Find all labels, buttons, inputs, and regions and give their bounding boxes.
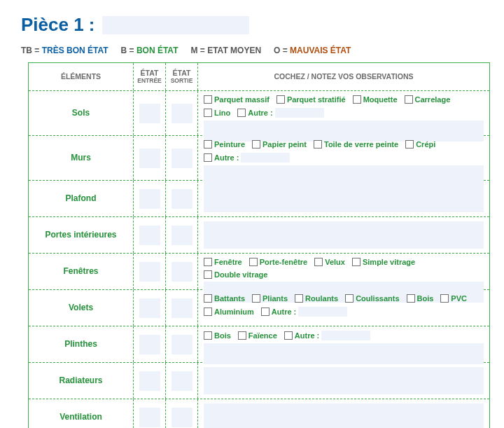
checkbox-item[interactable]: Parquet stratifié	[276, 95, 346, 104]
header-etat-label-2: ÉTAT	[173, 69, 191, 78]
state-entree-input[interactable]	[139, 371, 160, 391]
checkbox-icon[interactable]	[353, 95, 361, 104]
checkbox-item[interactable]: Peinture	[204, 140, 245, 149]
checkbox-icon[interactable]	[314, 140, 322, 149]
observations-cell: PeinturePapier peintToile de verre peint…	[198, 136, 489, 180]
room-name-input[interactable]	[102, 16, 249, 34]
checkbox-icon[interactable]	[440, 294, 449, 303]
state-entree-cell	[134, 363, 166, 399]
autre-input[interactable]	[275, 108, 324, 118]
checkbox-label: Bois	[214, 331, 231, 340]
checkbox-item[interactable]: Crépi	[405, 140, 435, 149]
checkbox-icon[interactable]	[352, 258, 360, 266]
checkbox-item[interactable]: Lino	[204, 109, 230, 117]
checkbox-item[interactable]: Parquet massif	[204, 95, 270, 104]
checkbox-icon[interactable]	[405, 140, 414, 149]
checkbox-icon[interactable]	[252, 294, 260, 303]
state-sortie-input[interactable]	[172, 189, 192, 209]
checkbox-line: Parquet massifParquet stratifiéMoquetteC…	[204, 95, 484, 118]
checkbox-icon[interactable]	[261, 308, 270, 316]
checkbox-item[interactable]: Toile de verre peinte	[314, 140, 398, 149]
legend-value: MAUVAIS ÉTAT	[288, 46, 351, 55]
checkbox-icon[interactable]	[204, 308, 212, 316]
checkbox-item[interactable]: Autre :	[261, 307, 347, 317]
observations-input[interactable]	[204, 367, 484, 394]
checkbox-icon[interactable]	[204, 95, 212, 104]
checkbox-item[interactable]: Faïence	[238, 331, 277, 340]
checkbox-icon[interactable]	[204, 331, 212, 340]
state-entree-input[interactable]	[139, 149, 160, 168]
element-cell: Murs	[29, 136, 134, 180]
state-entree-input[interactable]	[139, 408, 160, 427]
checkbox-icon[interactable]	[204, 270, 212, 279]
state-entree-input[interactable]	[139, 226, 160, 245]
checkbox-icon[interactable]	[204, 109, 212, 117]
checkbox-icon[interactable]	[405, 95, 413, 104]
autre-input[interactable]	[321, 331, 370, 340]
checkbox-item[interactable]: Bois	[204, 331, 231, 340]
checkbox-label: Roulants	[305, 294, 338, 303]
observations-input[interactable]	[204, 343, 484, 364]
checkbox-item[interactable]: Papier peint	[252, 140, 307, 149]
checkbox-item[interactable]: Aluminium	[204, 308, 254, 316]
checkbox-icon[interactable]	[284, 331, 293, 340]
state-sortie-input[interactable]	[172, 226, 192, 245]
autre-input[interactable]	[241, 153, 290, 163]
checkbox-item[interactable]: Autre :	[284, 331, 370, 340]
checkbox-icon[interactable]	[204, 140, 212, 149]
checkbox-icon[interactable]	[345, 294, 354, 303]
state-entree-input[interactable]	[139, 335, 160, 354]
checkbox-icon[interactable]	[204, 258, 212, 266]
state-sortie-input[interactable]	[172, 149, 192, 168]
observations-input[interactable]	[204, 221, 484, 249]
checkbox-item[interactable]: Carrelage	[405, 95, 451, 104]
state-sortie-input[interactable]	[172, 104, 192, 123]
checkbox-item[interactable]: Pliants	[252, 294, 288, 303]
table-row: Plafond	[29, 181, 489, 217]
checkbox-label: Velux	[325, 258, 345, 266]
state-entree-input[interactable]	[139, 262, 160, 282]
checkbox-icon[interactable]	[252, 140, 260, 149]
checkbox-icon[interactable]	[204, 294, 212, 303]
checkbox-icon[interactable]	[295, 294, 303, 303]
checkbox-item[interactable]: Fenêtre	[204, 258, 242, 266]
state-sortie-input[interactable]	[172, 371, 192, 391]
state-entree-input[interactable]	[139, 298, 160, 318]
checkbox-item[interactable]: Velux	[314, 258, 345, 266]
checkbox-label: Autre :	[214, 153, 239, 162]
state-sortie-input[interactable]	[172, 335, 192, 354]
checkbox-item[interactable]: Autre :	[237, 108, 323, 118]
checkbox-icon[interactable]	[314, 258, 323, 266]
checkbox-item[interactable]: Moquette	[353, 95, 398, 104]
state-entree-input[interactable]	[139, 104, 160, 123]
checkbox-icon[interactable]	[238, 331, 246, 340]
legend-key: TB =	[21, 46, 39, 55]
checkbox-icon[interactable]	[204, 153, 212, 162]
checkbox-item[interactable]: Autre :	[204, 153, 290, 163]
autre-input[interactable]	[298, 307, 347, 317]
state-sortie-input[interactable]	[172, 262, 192, 282]
element-cell: Plafond	[29, 181, 134, 216]
checkbox-icon[interactable]	[407, 294, 415, 303]
checkbox-item[interactable]: Roulants	[295, 294, 338, 303]
checkbox-item[interactable]: Coulissants	[345, 294, 399, 303]
observations-cell	[198, 363, 489, 399]
state-entree-input[interactable]	[139, 189, 160, 209]
checkbox-icon[interactable]	[249, 258, 258, 266]
checkbox-label: Toile de verre peinte	[324, 140, 398, 149]
state-sortie-input[interactable]	[172, 298, 192, 318]
checkbox-item[interactable]: Simple vitrage	[352, 258, 415, 266]
observations-input[interactable]	[204, 185, 484, 212]
checkbox-item[interactable]: Bois	[407, 294, 434, 303]
observations-input[interactable]	[204, 403, 484, 428]
header-entree-label: ENTRÉE	[137, 78, 161, 84]
state-sortie-cell	[166, 399, 198, 428]
checkbox-item[interactable]: Porte-fenêtre	[249, 258, 307, 266]
checkbox-icon[interactable]	[237, 109, 246, 117]
state-sortie-input[interactable]	[172, 408, 192, 427]
checkbox-item[interactable]: PVC	[440, 294, 467, 303]
element-label: Murs	[71, 153, 91, 163]
checkbox-item[interactable]: Double vitrage	[204, 270, 267, 279]
checkbox-item[interactable]: Battants	[204, 294, 245, 303]
checkbox-icon[interactable]	[276, 95, 285, 104]
